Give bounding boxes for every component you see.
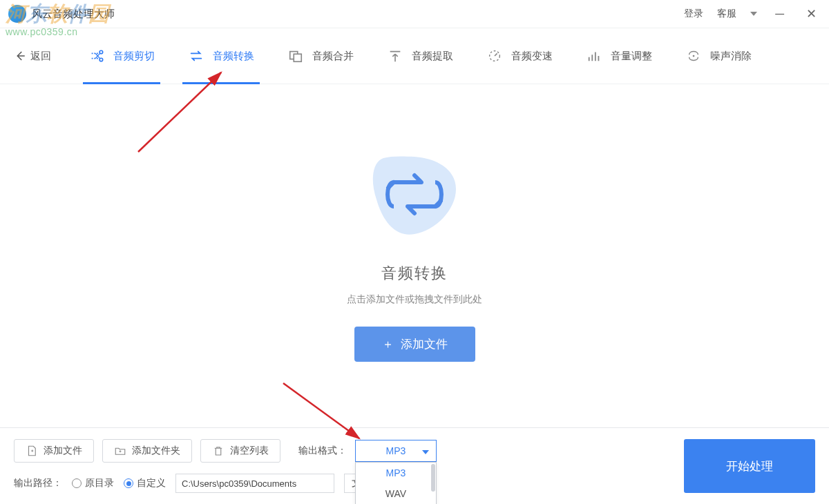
start-process-button[interactable]: 开始处理 <box>684 439 815 493</box>
cut-icon <box>88 48 105 64</box>
bottom-panel: 添加文件 添加文件夹 清空列表 输出格式： MP3 MP3 WAV 开始处理 输… <box>0 427 829 504</box>
svg-rect-3 <box>294 54 301 61</box>
tab-audio-extract[interactable]: 音频提取 <box>370 28 470 84</box>
app-logo <box>8 5 26 23</box>
tab-audio-merge[interactable]: 音频合并 <box>271 28 370 84</box>
tab-noise-remove[interactable]: 噪声消除 <box>669 28 768 84</box>
add-file-button[interactable]: 添加文件 <box>14 439 94 463</box>
svg-point-5 <box>693 55 695 57</box>
radio-custom-dir[interactable]: 自定义 <box>124 477 166 490</box>
add-file-main-button[interactable]: ＋ 添加文件 <box>354 327 475 362</box>
clear-list-button[interactable]: 清空列表 <box>200 439 280 463</box>
svg-point-1 <box>99 58 103 61</box>
tab-volume-adjust[interactable]: 音量调整 <box>569 28 669 84</box>
chevron-down-icon <box>422 445 429 456</box>
format-option-wav[interactable]: WAV <box>356 483 436 504</box>
tab-audio-cut[interactable]: 音频剪切 <box>72 28 171 84</box>
format-label: 输出格式： <box>298 445 347 457</box>
support-link[interactable]: 客服 <box>717 8 736 20</box>
plus-icon: ＋ <box>382 336 394 352</box>
format-option-mp3[interactable]: MP3 <box>356 463 436 483</box>
add-folder-button[interactable]: 添加文件夹 <box>102 439 192 463</box>
convert-icon <box>188 48 204 64</box>
dropdown-caret-icon[interactable] <box>750 12 757 16</box>
extract-icon <box>387 48 403 64</box>
trash-icon <box>212 445 225 457</box>
format-dropdown: MP3 WAV <box>355 462 437 504</box>
output-path-input[interactable] <box>175 474 334 493</box>
minimize-button[interactable]: ─ <box>771 6 788 23</box>
tab-audio-speed[interactable]: 音频变速 <box>470 28 569 84</box>
denoise-icon <box>685 48 702 64</box>
close-button[interactable]: ✕ <box>802 5 821 23</box>
folder-plus-icon <box>114 445 126 457</box>
back-button[interactable]: 返回 <box>14 50 51 63</box>
title-bar: 风云音频处理大师 登录 客服 ─ ✕ <box>0 0 829 28</box>
drop-area[interactable]: 音频转换 点击添加文件或拖拽文件到此处 ＋ 添加文件 <box>0 84 829 421</box>
drop-title: 音频转换 <box>381 263 448 284</box>
tab-audio-convert[interactable]: 音频转换 <box>171 28 271 84</box>
tab-bar: 返回 音频剪切 音频转换 音频合并 音频提取 音频变速 音量调整 噪声消除 <box>0 28 829 84</box>
merge-icon <box>287 48 304 64</box>
convert-illustration-icon <box>359 144 470 251</box>
app-title: 风云音频处理大师 <box>32 8 115 21</box>
title-actions: 登录 客服 ─ ✕ <box>684 5 821 23</box>
svg-point-0 <box>99 50 103 54</box>
format-select[interactable]: MP3 MP3 WAV <box>355 440 437 462</box>
file-plus-icon <box>26 445 38 457</box>
radio-original-dir[interactable]: 原目录 <box>72 477 114 490</box>
output-path-label: 输出路径： <box>14 477 62 490</box>
dropdown-scrollbar[interactable] <box>431 464 435 492</box>
drop-hint: 点击添加文件或拖拽文件到此处 <box>347 293 482 306</box>
back-arrow-icon <box>14 50 26 62</box>
speed-icon <box>486 48 503 64</box>
login-link[interactable]: 登录 <box>684 8 703 20</box>
volume-icon <box>586 48 602 64</box>
